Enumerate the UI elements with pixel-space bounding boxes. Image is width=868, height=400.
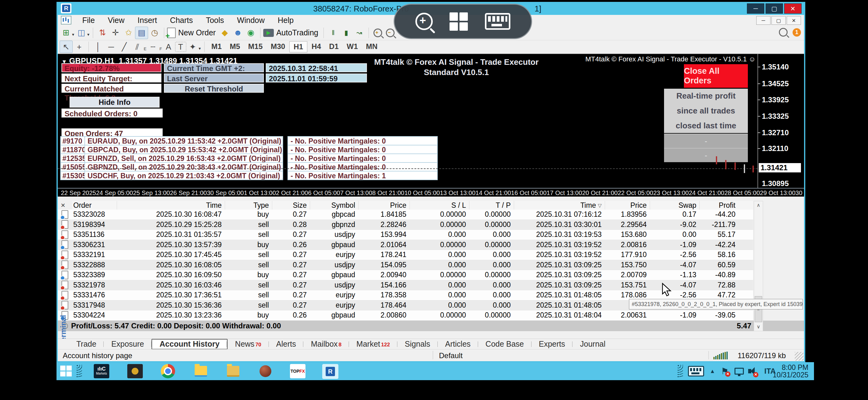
- new-order-icon[interactable]: [167, 28, 176, 38]
- profiles-dropdown-icon[interactable]: ▾: [87, 32, 89, 37]
- search-icon[interactable]: [779, 28, 787, 37]
- table-header[interactable]: Order Time Type Size Symbol Price S / L …: [72, 201, 753, 210]
- menu-item[interactable]: Window: [231, 16, 271, 25]
- signals-icon[interactable]: ◉: [244, 27, 257, 39]
- magnifier-plus-icon[interactable]: [415, 13, 433, 30]
- trendline-tool-icon[interactable]: ╱: [118, 41, 131, 53]
- terminal-tab[interactable]: Signals: [397, 339, 438, 349]
- terminal-tab[interactable]: Code Base: [478, 339, 531, 349]
- timeframe-button[interactable]: D1: [325, 41, 343, 53]
- taskbar-icon-chrome[interactable]: [161, 364, 175, 378]
- chart-window-icon[interactable]: [61, 16, 71, 25]
- reset-threshold-button[interactable]: Reset Threshold: [164, 84, 264, 93]
- menu-item[interactable]: Help: [271, 16, 300, 25]
- tray-handle[interactable]: [677, 365, 683, 378]
- market-watch-icon[interactable]: ⇅: [96, 27, 109, 39]
- tray-network[interactable]: [735, 362, 744, 380]
- header-sl[interactable]: S / L: [409, 201, 469, 210]
- header-time[interactable]: Time: [117, 201, 225, 210]
- new-order-button[interactable]: New Order: [178, 28, 216, 37]
- cursor-tool-icon[interactable]: ↖: [60, 41, 73, 53]
- table-row[interactable]: 53332191 2025.10.30 17:45:45 sell 0.27 e…: [58, 250, 753, 260]
- terminal-tab[interactable]: Exposure: [104, 339, 152, 349]
- tray-keyboard[interactable]: [688, 362, 704, 380]
- header-profit[interactable]: Profit: [700, 201, 739, 210]
- timeframe-button[interactable]: M5: [226, 41, 244, 53]
- scroll-down-icon[interactable]: ∨: [754, 323, 763, 331]
- taskbar-icon-folder[interactable]: [225, 364, 241, 378]
- scroll-up-icon[interactable]: ∧: [754, 201, 763, 209]
- menu-item[interactable]: Tools: [199, 16, 230, 25]
- close-all-orders-button[interactable]: Close All Orders: [684, 64, 748, 88]
- label-tool-icon[interactable]: T: [175, 42, 186, 52]
- table-row[interactable]: 53323389 2025.10.30 16:09:50 buy 0.27 gb…: [58, 270, 753, 280]
- clock[interactable]: 8:00 PM 10/31/2025: [773, 364, 808, 378]
- table-row[interactable]: 53304224 2025.10.30 13:23:36 buy 0.26 gb…: [58, 310, 753, 321]
- terminal-tab[interactable]: Account History: [152, 339, 227, 349]
- timeframe-button[interactable]: H1: [289, 41, 308, 53]
- tray-show-hidden[interactable]: ▲: [710, 362, 715, 380]
- table-row[interactable]: 53322888 2025.10.30 16:08:05 sell 0.27 u…: [58, 260, 753, 270]
- tray-volume[interactable]: ✕: [748, 362, 754, 380]
- resize-grip[interactable]: [795, 352, 803, 361]
- crosshair-tool-icon[interactable]: +: [73, 41, 86, 53]
- text-tool-icon[interactable]: A: [162, 41, 175, 53]
- close-button[interactable]: ✕: [784, 3, 802, 14]
- header-tp[interactable]: T / P: [469, 201, 514, 210]
- menu-item[interactable]: Charts: [164, 16, 199, 25]
- mdi-close-button[interactable]: ✕: [787, 16, 801, 25]
- zoom-in-icon[interactable]: +: [373, 29, 382, 37]
- taskbar-icon-settings[interactable]: [127, 364, 143, 378]
- header-symbol[interactable]: Symbol: [310, 201, 358, 210]
- menu-item[interactable]: View: [101, 16, 131, 25]
- new-chart-icon[interactable]: ⊞: [60, 27, 73, 39]
- timeframe-button[interactable]: W1: [343, 41, 362, 53]
- header-order[interactable]: Order: [72, 201, 117, 210]
- horizontal-line-tool-icon[interactable]: ─: [104, 41, 118, 53]
- terminal-tab[interactable]: Market 122: [349, 339, 397, 349]
- taskbar-handle[interactable]: [76, 365, 82, 378]
- start-button[interactable]: [60, 366, 73, 377]
- timeframe-button[interactable]: M30: [267, 41, 289, 53]
- tiles-icon[interactable]: [450, 12, 468, 31]
- timeframe-button[interactable]: M15: [244, 41, 267, 53]
- header-close-time[interactable]: Time▽: [514, 201, 605, 210]
- line-chart-icon[interactable]: ↝: [353, 27, 366, 39]
- table-row[interactable]: 53306231 2025.10.30 13:57:39 buy 0.26 gb…: [58, 240, 753, 250]
- metaeditor-icon[interactable]: ◆: [218, 27, 231, 39]
- taskbar-icon-ic-markets[interactable]: ılıC Markets: [94, 364, 109, 378]
- data-window-icon[interactable]: ✛: [109, 27, 122, 39]
- candlestick-chart-icon[interactable]: ▮: [340, 27, 353, 39]
- time-axis[interactable]: 22 Sep 202524 Sep 05:0025 Sep 13:0026 Se…: [58, 188, 804, 197]
- taskbar-icon-roboforex[interactable]: R: [322, 364, 338, 379]
- terminal-tab[interactable]: Articles: [438, 339, 478, 349]
- expert-advisors-icon[interactable]: ☻: [231, 27, 244, 39]
- zoom-out-icon[interactable]: −: [386, 29, 395, 37]
- navigator-icon[interactable]: ✩: [122, 27, 135, 39]
- keyboard-icon[interactable]: [485, 13, 510, 30]
- terminal-tab[interactable]: News 70: [227, 339, 269, 349]
- taskbar-icon-globe[interactable]: [258, 364, 273, 378]
- terminal-tab[interactable]: Alerts: [269, 339, 304, 349]
- terminal-tab[interactable]: Experts: [531, 339, 573, 349]
- hide-info-button[interactable]: Hide Info: [69, 97, 160, 108]
- shapes-tool-icon[interactable]: ✦: [186, 41, 199, 53]
- autotrading-button[interactable]: AutoTrading: [276, 28, 318, 37]
- chart-area[interactable]: ▼ GBPUSD,H1 1.31357 1.31489 1.31354 1.31…: [58, 54, 804, 197]
- chart-profiles-icon[interactable]: ◫: [75, 27, 88, 39]
- menu-item[interactable]: Insert: [131, 16, 164, 25]
- timeframe-button[interactable]: H4: [307, 41, 325, 53]
- bar-chart-icon[interactable]: ‖: [327, 27, 340, 39]
- channel-tool-icon[interactable]: ⫽: [131, 41, 144, 53]
- terminal-tab[interactable]: Trade: [69, 339, 104, 349]
- table-row[interactable]: 53323028 2025.10.30 16:08:47 buy 0.27 gb…: [58, 210, 753, 220]
- table-row[interactable]: 53198394 2025.10.29 15:25:28 sell 0.28 g…: [58, 220, 753, 230]
- shapes-dropdown-icon[interactable]: ▾: [199, 46, 201, 51]
- status-profile[interactable]: Default: [439, 351, 463, 360]
- taskbar-icon-topfx[interactable]: TOPFX: [290, 364, 306, 378]
- header-swap[interactable]: Swap: [650, 201, 700, 210]
- header-close-price[interactable]: Price: [605, 201, 650, 210]
- table-row[interactable]: 53351136 2025.10.31 01:35:57 sell 0.27 u…: [58, 230, 753, 240]
- restore-button[interactable]: ▢: [766, 3, 783, 14]
- fibonacci-tool-icon[interactable]: ┄: [147, 41, 160, 53]
